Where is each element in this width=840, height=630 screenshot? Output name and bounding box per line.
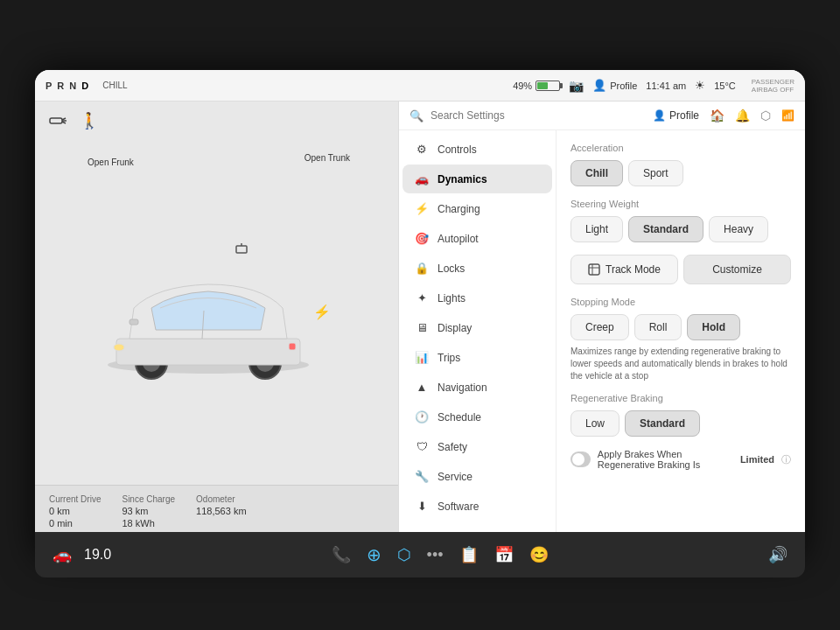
profile-icon: 👤 <box>592 79 606 92</box>
menu-item-service[interactable]: 🔧 Service <box>402 462 552 491</box>
media-icon[interactable]: ⊕ <box>367 544 382 565</box>
menu-item-lights[interactable]: ✦ Lights <box>402 284 552 312</box>
gear-n[interactable]: N <box>69 80 76 91</box>
svg-rect-0 <box>50 118 62 123</box>
open-trunk-label[interactable]: Open Trunk <box>304 153 350 163</box>
bell-icon[interactable]: 🔔 <box>735 108 750 122</box>
time-display: 11:41 am <box>646 80 686 91</box>
acceleration-group: Chill Sport <box>570 160 791 186</box>
volume-icon[interactable]: 🔊 <box>768 545 788 564</box>
battery-pct: 49% <box>513 80 532 91</box>
stopping-mode-title: Stopping Mode <box>570 297 791 307</box>
regen-braking-group: Low Standard <box>570 410 791 437</box>
since-charge-title: Since Charge <box>122 494 175 504</box>
taskbar-right: 🔊 <box>768 545 788 564</box>
clipboard-icon[interactable]: 📋 <box>459 545 479 564</box>
drive-mode: CHILL <box>102 80 127 90</box>
menu-item-navigation[interactable]: ▲ Navigation <box>402 373 552 402</box>
regen-braking-title: Regenerative Braking <box>570 393 791 403</box>
regen-low-btn[interactable]: Low <box>570 410 620 437</box>
customize-btn[interactable]: Customize <box>683 255 791 284</box>
bluetooth-icon[interactable]: ⬡ <box>760 108 771 122</box>
apply-brakes-row: Apply Brakes When Regenerative Braking I… <box>570 449 791 470</box>
signal-icon: 📶 <box>781 109 794 122</box>
apply-brakes-toggle[interactable] <box>570 452 591 467</box>
top-bar-center: 49% 📷 👤 Profile 11:41 am ☀ 15°C PASSENGE… <box>513 78 794 94</box>
acceleration-chill-btn[interactable]: Chill <box>570 160 623 186</box>
current-drive-min: 0 min <box>49 518 101 528</box>
stopping-hold-btn[interactable]: Hold <box>687 314 740 340</box>
more-icon[interactable]: ••• <box>427 546 444 564</box>
calendar-icon[interactable]: 📅 <box>494 545 514 564</box>
top-bar: P R N D CHILL 49% 📷 👤 Profile 11:41 am ☀… <box>35 70 805 102</box>
lights-icon: ✦ <box>415 291 429 304</box>
right-header-icons: 👤 Profile 🏠 🔔 ⬡ 📶 <box>653 108 794 122</box>
stopping-mode-group: Creep Roll Hold <box>570 314 791 340</box>
menu-item-locks[interactable]: 🔒 Locks <box>402 254 552 283</box>
charging-icon: ⚡ <box>415 202 429 215</box>
dynamics-label: Dynamics <box>438 173 487 186</box>
track-mode-group: Track Mode Customize <box>570 255 791 284</box>
phone-icon[interactable]: 📞 <box>332 545 351 564</box>
bluetooth-taskbar-icon[interactable]: ⬡ <box>397 545 411 564</box>
search-input[interactable] <box>430 109 588 122</box>
gear-d[interactable]: D <box>81 80 88 91</box>
track-mode-label: Track Mode <box>606 263 661 276</box>
taskbar-center: 📞 ⊕ ⬡ ••• 📋 📅 😊 <box>332 544 549 565</box>
menu-item-display[interactable]: 🖥 Display <box>402 313 552 342</box>
svg-point-14 <box>114 344 124 351</box>
svg-rect-16 <box>589 264 599 275</box>
gear-p[interactable]: P <box>46 80 52 91</box>
charging-label: Charging <box>438 203 480 215</box>
track-mode-btn[interactable]: Track Mode <box>570 255 678 284</box>
search-bar: 🔍 👤 Profile 🏠 🔔 ⬡ 📶 <box>399 102 805 130</box>
svg-rect-4 <box>236 246 247 253</box>
menu-item-autopilot[interactable]: 🎯 Autopilot <box>402 224 552 253</box>
gear-selector[interactable]: P R N D <box>46 80 88 91</box>
main-content: 🚶 Open Frunk Open Trunk <box>35 102 805 560</box>
settings-panel: Acceleration Chill Sport Steering Weight… <box>556 130 805 560</box>
profile-button[interactable]: 👤 Profile <box>592 79 637 92</box>
stopping-mode-description: Maximizes range by extending regenerativ… <box>570 346 791 382</box>
display-icon: 🖥 <box>415 321 429 334</box>
temperature-display: 15°C <box>714 80 736 91</box>
schedule-icon: 🕐 <box>415 410 429 424</box>
menu-item-charging[interactable]: ⚡ Charging <box>402 194 552 223</box>
apps-icon[interactable]: 😊 <box>529 545 549 564</box>
apply-brakes-info-icon[interactable]: ⓘ <box>781 453 791 466</box>
regen-standard-btn[interactable]: Standard <box>625 410 700 437</box>
menu-item-schedule[interactable]: 🕐 Schedule <box>402 402 552 431</box>
car-taskbar-icon[interactable]: 🚗 <box>52 545 72 564</box>
acceleration-sport-btn[interactable]: Sport <box>628 160 683 186</box>
right-panel: 🔍 👤 Profile 🏠 🔔 ⬡ 📶 ⚙ <box>399 102 805 560</box>
display-label: Display <box>438 322 472 334</box>
weather-icon: ☀ <box>695 79 705 92</box>
menu-item-trips[interactable]: 📊 Trips <box>402 343 552 372</box>
service-icon: 🔧 <box>415 470 429 483</box>
gear-r[interactable]: R <box>57 80 64 91</box>
menu-item-dynamics[interactable]: 🚗 Dynamics <box>402 164 552 193</box>
apply-brakes-label: Apply Brakes When Regenerative Braking I… <box>598 449 733 470</box>
svg-rect-11 <box>116 339 300 365</box>
steering-heavy-btn[interactable]: Heavy <box>709 216 768 242</box>
home-icon[interactable]: 🏠 <box>710 108 724 122</box>
controls-label: Controls <box>438 144 477 156</box>
since-charge-kwh: 18 kWh <box>122 518 175 528</box>
menu-item-safety[interactable]: 🛡 Safety <box>402 432 552 461</box>
trips-label: Trips <box>438 352 460 364</box>
search-icon: 🔍 <box>410 109 424 122</box>
headlights-icon[interactable] <box>46 108 70 133</box>
svg-rect-13 <box>130 319 138 325</box>
steering-standard-btn[interactable]: Standard <box>628 216 704 242</box>
menu-item-controls[interactable]: ⚙ Controls <box>402 135 552 164</box>
stopping-creep-btn[interactable]: Creep <box>570 314 629 340</box>
stopping-roll-btn[interactable]: Roll <box>634 314 682 340</box>
menu-item-software[interactable]: ⬇ Software <box>402 492 552 521</box>
steering-light-btn[interactable]: Light <box>570 216 623 242</box>
car-view: Open Frunk Open Trunk ⚡ <box>35 140 398 485</box>
open-frunk-label[interactable]: Open Frunk <box>88 158 134 167</box>
camera-icon[interactable]: 📷 <box>569 79 584 93</box>
battery-fill <box>537 82 548 89</box>
acceleration-title: Acceleration <box>570 143 791 153</box>
profile-header-button[interactable]: 👤 Profile <box>653 109 699 122</box>
